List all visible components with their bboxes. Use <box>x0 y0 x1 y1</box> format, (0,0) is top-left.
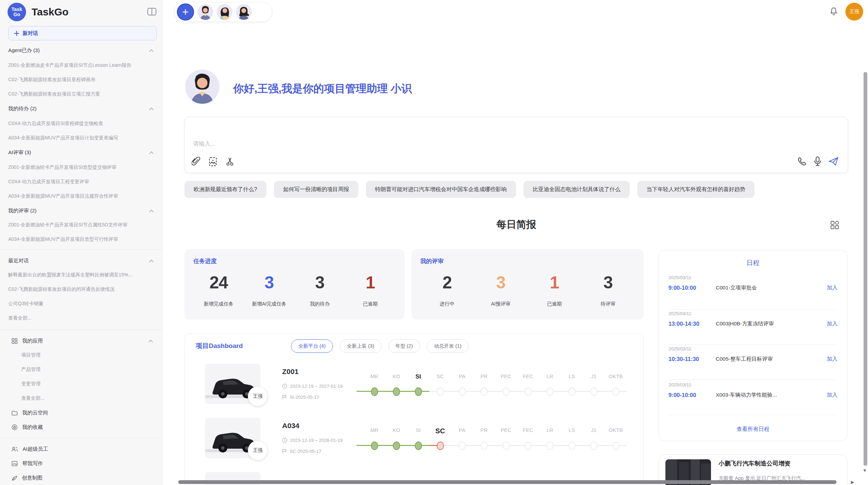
milestone-labels: MR KO SI SC PA PR PEC FEC LR LS J1 OKTB <box>352 427 627 435</box>
vertical-scrollbar-thumb[interactable] <box>864 72 867 466</box>
sidebar-item-project-mgmt[interactable]: 项目管理 <box>21 352 152 358</box>
image-upload-icon[interactable] <box>208 157 218 166</box>
add-agent-button[interactable] <box>177 3 194 21</box>
scissors-icon[interactable] <box>225 157 235 166</box>
join-link[interactable]: 加入 <box>827 356 837 363</box>
schedule-date: 2025/03/11 <box>668 346 837 351</box>
chevron-up-icon[interactable] <box>149 49 154 52</box>
section-agent-done[interactable]: Agent已办 (3) <box>8 47 156 54</box>
sidebar-item-help-write[interactable]: 帮我写作 <box>12 460 156 467</box>
schedule-entry[interactable]: 2025/03/11 13:00-14:30 C003|H0B-方案冻结评审 加… <box>668 311 837 327</box>
suggestion-chip[interactable]: 如何写一份清晰的项目周报 <box>274 181 358 198</box>
chevron-up-icon[interactable] <box>149 260 154 262</box>
scroll-down-arrow[interactable]: ▼ <box>863 468 867 473</box>
send-icon[interactable] <box>829 157 839 166</box>
milestone-track <box>352 440 627 450</box>
stat-label: AI预评审 <box>474 301 528 307</box>
sidebar-item-my-apps[interactable]: 我的应用 <box>12 338 156 344</box>
project-name[interactable]: A034 <box>282 422 299 430</box>
milestone-dot <box>590 387 598 396</box>
join-link[interactable]: 加入 <box>827 320 837 327</box>
sidebar-conversation-item[interactable]: 解释最新出台的欧盟报废车法规再生塑料比例被调至15%... <box>8 272 156 278</box>
sidebar-item-favorites[interactable]: 我的收藏 <box>12 424 156 431</box>
sidebar-conversation-item[interactable]: Z001-全新燃油皮卡产品开发项目SI节点Lesson Learn报告 <box>8 62 156 69</box>
project-flag-date: SC-2025-05-17 <box>282 449 321 454</box>
tab-new-body[interactable]: 全新上装 (3) <box>340 339 382 353</box>
project-owner-badge[interactable]: 王强 <box>248 440 268 460</box>
schedule-date: 2025/03/11 <box>668 382 837 387</box>
user-avatar[interactable]: 王强 <box>845 3 863 21</box>
project-dates: 2023-12-19 ~ 2027-01-19 <box>282 384 343 389</box>
new-chat-button[interactable]: 新对话 <box>8 26 157 40</box>
chevron-up-icon[interactable] <box>148 340 156 343</box>
chat-input-box[interactable]: 请输入... <box>184 117 848 173</box>
scroll-right-arrow[interactable]: ▶ <box>851 480 854 485</box>
voice-call-icon[interactable] <box>797 157 807 166</box>
sidebar-conversation-item[interactable]: 公司Q3轻卡销量 <box>8 301 156 307</box>
suggestion-chip[interactable]: 当下年轻人对汽车外观有怎样的喜好趋势 <box>637 181 755 198</box>
schedule-time: 9:00-10:00 <box>668 285 716 291</box>
layout-toggle-icon[interactable] <box>830 221 839 229</box>
view-all-apps-link[interactable]: 查看全部... <box>21 395 152 401</box>
schedule-date: 2025/03/11 <box>668 275 837 280</box>
chevron-up-icon[interactable] <box>149 108 154 110</box>
suggestion-chips: 欧洲新规最近颁布了什么? 如何写一份清晰的项目周报 特朗普可能对进口汽车增税会对… <box>184 181 848 198</box>
sidebar-conversation-item[interactable]: C02-飞腾新能源轻客改款项目的闭环通告反馈情况 <box>8 286 156 293</box>
section-my-todo[interactable]: 我的待办 (2) <box>8 105 156 112</box>
project-dashboard-card: 项目Dashboard 全新平台 (4) 全新上装 (3) 年型 (2) 动总开… <box>184 334 644 485</box>
sidebar-conversation-item[interactable]: Z001-全新燃油轻卡产品开发项目SI节点属性5D文件评审 <box>8 222 156 228</box>
sidebar-item-change-mgmt[interactable]: 变更管理 <box>21 381 152 387</box>
chevron-up-icon[interactable] <box>149 151 154 154</box>
suggestion-chip[interactable]: 比亚迪全固态电池计划具体说了什么 <box>523 181 630 198</box>
schedule-entry[interactable]: 2025/03/11 10:30-11:30 C005-整车工程目标评审 加入 <box>668 346 837 363</box>
sidebar-conversation-item[interactable]: C0X4-动力总成开发项目SI里程碑提交物检查 <box>8 121 156 127</box>
agent-avatar[interactable] <box>217 4 232 20</box>
project-owner-badge[interactable]: 王强 <box>248 386 268 406</box>
tab-new-platform[interactable]: 全新平台 (4) <box>291 339 333 353</box>
sidebar-conversation-item[interactable]: C02-飞腾新能源轻客改款项目里程碑画布 <box>8 77 156 83</box>
sidebar-item-product-mgmt[interactable]: 产品管理 <box>21 366 152 373</box>
project-name[interactable]: Z001 <box>282 368 299 376</box>
agent-avatar[interactable] <box>236 4 252 20</box>
view-all-schedule-link[interactable]: 查看所有日程 <box>659 426 847 433</box>
stat-value: 3 <box>581 273 635 293</box>
milestone-dot <box>612 442 619 450</box>
agent-avatar[interactable] <box>197 4 213 20</box>
dashboard-tabs: 全新平台 (4) 全新上装 (3) 年型 (2) 动总开发 (1) <box>291 339 469 353</box>
join-link[interactable]: 加入 <box>827 284 837 291</box>
my-review-card: 我的评审 2进行中 3AI预评审 1已逾期 3待评审 <box>411 249 644 320</box>
chevron-up-icon[interactable] <box>149 210 154 212</box>
sidebar-item-cloud-space[interactable]: 我的云空间 <box>12 410 156 416</box>
sidebar-conversation-item[interactable]: A034-全新新能源MUV产品开发项目造型可行性评审 <box>8 236 156 242</box>
attachment-icon[interactable] <box>192 157 201 166</box>
task-progress-card: 任务进度 24新增完成任务 3新增AI完成任务 3我的待办 1已逾期 <box>184 249 405 320</box>
collapse-sidebar-icon[interactable] <box>147 8 156 16</box>
section-my-review[interactable]: 我的评审 (2) <box>8 208 156 214</box>
sidebar-conversation-item[interactable]: C0X4-动力总成开发项目工程变更评审 <box>8 179 156 185</box>
schedule-entry[interactable]: 2025/03/11 9:00-10:00 C001-立项审批会 加入 <box>668 275 837 291</box>
join-link[interactable]: 加入 <box>827 391 837 399</box>
milestone-dot <box>393 442 400 450</box>
sidebar-conversation-item[interactable]: A034-全新新能源MUV产品开发项目计划变更表编写 <box>8 135 156 141</box>
suggestion-chip[interactable]: 欧洲新规最近颁布了什么? <box>184 181 266 198</box>
schedule-entry[interactable]: 2025/03/11 9:00-10:00 X003-车辆动力学性能验... 加… <box>668 382 837 399</box>
microphone-icon[interactable] <box>813 156 822 166</box>
schedule-date: 2025/03/11 <box>668 311 837 316</box>
tab-powertrain[interactable]: 动总开发 (1) <box>427 339 469 353</box>
sidebar-conversation-item[interactable]: Z001-全新燃油轻卡产品开发项目SI造型提交物评审 <box>8 164 156 171</box>
suggestion-chip[interactable]: 特朗普可能对进口汽车增税会对中国车企造成哪些影响 <box>366 181 516 198</box>
view-all-recent-link[interactable]: 查看全部... <box>8 315 156 321</box>
horizontal-scrollbar-thumb[interactable] <box>178 480 836 484</box>
section-recent-chats[interactable]: 最近对话 <box>8 258 156 264</box>
notification-bell-icon[interactable] <box>830 7 838 16</box>
tab-year-model[interactable]: 年型 (2) <box>388 339 420 353</box>
stat-value: 3 <box>294 273 345 293</box>
sidebar-conversation-item[interactable]: A034-全新新能源MUV产品开发项目法规符合性评审 <box>8 193 156 199</box>
milestone-dot <box>568 442 576 450</box>
sidebar-conversation-item[interactable]: C02-飞腾新能源轻客改款项目立项汇报方案 <box>8 91 156 97</box>
milestone-dot <box>503 387 510 396</box>
section-ai-review[interactable]: AI评审 (3) <box>8 149 156 156</box>
sidebar-item-creative-draw[interactable]: 创意制图 <box>12 475 156 481</box>
stat-label: 已逾期 <box>528 301 581 307</box>
sidebar-item-ai-staff[interactable]: AI超级员工 <box>12 446 156 452</box>
